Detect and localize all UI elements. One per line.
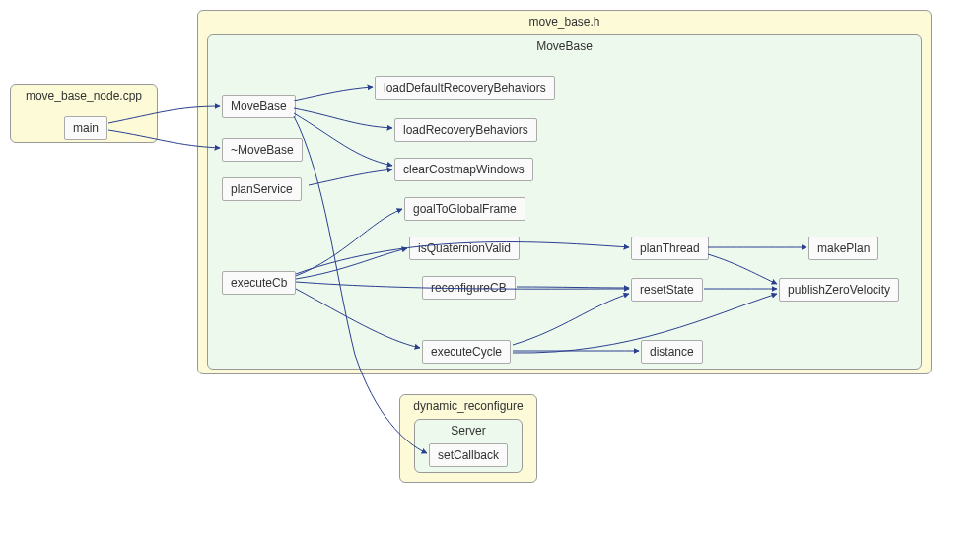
cluster-label-movebase-class: MoveBase	[208, 39, 921, 53]
node-isquaternionvalid[interactable]: isQuaternionValid	[409, 237, 520, 260]
node-reconfigurecb[interactable]: reconfigureCB	[422, 276, 516, 300]
node-planservice[interactable]: planService	[222, 177, 302, 201]
node-movebase[interactable]: MoveBase	[222, 95, 296, 118]
node-loaddefaultrecoverybehaviors[interactable]: loadDefaultRecoveryBehaviors	[375, 76, 555, 100]
cluster-movebase-class: MoveBase	[207, 34, 922, 370]
node-makeplan[interactable]: makePlan	[808, 237, 878, 260]
cluster-label-move-base-node-cpp: move_base_node.cpp	[11, 89, 157, 102]
node-planthread[interactable]: planThread	[631, 237, 709, 260]
node-distance[interactable]: distance	[641, 340, 703, 364]
node-main[interactable]: main	[64, 116, 107, 140]
node-resetstate[interactable]: resetState	[631, 278, 703, 302]
node-executecycle[interactable]: executeCycle	[422, 340, 511, 364]
node-goaltoglobalframe[interactable]: goalToGlobalFrame	[404, 197, 525, 221]
cluster-label-dynamic-reconfigure: dynamic_reconfigure	[400, 399, 536, 413]
cluster-label-server: Server	[415, 424, 522, 438]
node-executecb[interactable]: executeCb	[222, 271, 296, 295]
node-clearcostmapwindows[interactable]: clearCostmapWindows	[394, 158, 533, 181]
node-d-movebase[interactable]: ~MoveBase	[222, 138, 303, 162]
node-loadrecoverybehaviors[interactable]: loadRecoveryBehaviors	[394, 118, 537, 142]
cluster-label-move-base-h: move_base.h	[198, 15, 931, 29]
node-publishzerovelocity[interactable]: publishZeroVelocity	[779, 278, 899, 302]
node-setcallback[interactable]: setCallback	[429, 443, 508, 467]
